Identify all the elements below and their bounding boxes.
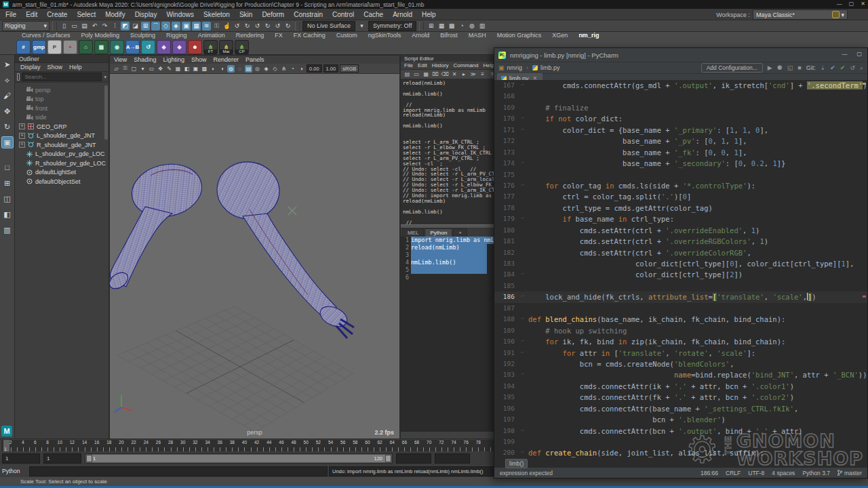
code-line-179[interactable]: 179⌐ if base_name in ctrl_type: xyxy=(494,214,867,224)
code-line-191[interactable]: 191⌐ for attr in ['translate', 'rotate',… xyxy=(494,348,867,359)
maya-menu-arnold[interactable]: Arnold xyxy=(393,11,412,18)
outliner-menu-show[interactable]: Show xyxy=(47,64,63,70)
viewport-menu-panels[interactable]: Panels xyxy=(245,56,264,63)
outliner-item-defaultobjectset[interactable]: defaultObjectSet xyxy=(15,177,108,186)
exposure-field[interactable]: 0.00 xyxy=(307,64,322,73)
line-ending[interactable]: CRLF xyxy=(726,470,741,476)
expand-icon[interactable]: + xyxy=(19,133,25,139)
paint-select-tool-icon[interactable]: 🖌 xyxy=(2,90,13,101)
history-input-1-icon[interactable]: ↺ xyxy=(233,22,241,30)
history-icon[interactable]: ↺ xyxy=(850,64,855,71)
pycharm-minimize-button[interactable]: — xyxy=(842,51,847,57)
shelf-purple-2-icon[interactable]: ◆ xyxy=(172,40,186,54)
script-input-line[interactable]: 6 xyxy=(401,274,496,281)
code-line-189[interactable]: 189 # hook up switching xyxy=(494,325,867,336)
code-line-188[interactable]: 188⌐def blend_chains(base_name, ik_chain… xyxy=(494,314,867,325)
xray-icon[interactable]: ◇ xyxy=(271,65,279,73)
lasso-tool-icon[interactable]: ⟡ xyxy=(2,75,13,85)
python-interpreter[interactable]: Python 3.7 xyxy=(802,470,830,476)
se-clear-history-icon[interactable]: ⌧ xyxy=(432,70,439,78)
code-line-176[interactable]: 176⌐ for color_tag in cmds.ls(side + '*.… xyxy=(494,180,867,191)
render-settings-icon[interactable]: ▥ xyxy=(477,22,486,30)
shelf-tab-ngskintools[interactable]: ngSkinTools xyxy=(363,32,407,39)
scale-tool-icon[interactable]: ▣ xyxy=(2,137,13,148)
shelf-tab-animation[interactable]: Animation xyxy=(193,32,231,39)
range-handle-right[interactable] xyxy=(385,455,391,462)
code-line-175[interactable]: 175 xyxy=(494,169,867,180)
snap-projected-center-icon[interactable]: ◈ xyxy=(172,22,180,30)
pycharm-maximize-button[interactable]: ▢ xyxy=(856,51,862,57)
new-script-tab-button[interactable]: + xyxy=(453,228,467,237)
camera-attrs-icon[interactable]: ▢ xyxy=(130,65,138,73)
shelf-plus-red-icon[interactable]: + xyxy=(63,40,77,54)
shelf-reset-frame-icon[interactable]: ↺ xyxy=(141,40,155,54)
image-plane-icon[interactable]: ▭ xyxy=(148,65,155,73)
code-line-172[interactable]: 172 base_name + '_pv': [0, 1, 1], xyxy=(494,136,867,146)
maya-maximize-button[interactable]: ▢ xyxy=(849,1,854,7)
animation-start-field[interactable]: 1 xyxy=(2,453,40,464)
maya-menu-file[interactable]: File xyxy=(5,11,16,18)
viewport-menu-show[interactable]: Show xyxy=(191,56,207,63)
shelf-tab-fx-caching[interactable]: FX Caching xyxy=(288,32,331,39)
se-echo-icon[interactable]: ≡ xyxy=(479,70,486,78)
modeling-toolkit-icon[interactable]: ⊞ xyxy=(427,22,435,30)
add-configuration-button[interactable]: Add Configuration... xyxy=(701,63,763,73)
se-clear-input-icon[interactable]: ⌫ xyxy=(441,70,449,78)
smooth-shade-mode-icon[interactable]: ◧ xyxy=(183,65,191,73)
animation-end-field[interactable] xyxy=(435,453,470,464)
viewport-panel[interactable]: ViewShadingLightingShowRendererPanels ▱⚿… xyxy=(109,55,400,439)
maya-menu-skeleton[interactable]: Skeleton xyxy=(203,11,230,18)
shelf-tab-nm-rig[interactable]: nm_rig xyxy=(573,32,604,39)
chevron-down-icon[interactable]: ▾ xyxy=(104,75,106,80)
code-line-198[interactable]: 198⌐ cmds.connectAttr(bcn + '.output', b… xyxy=(494,426,867,436)
code-line-180[interactable]: 180 cmds.setAttr(ctrl + '.overrideEnable… xyxy=(494,225,867,236)
2d-pan-zoom-icon[interactable]: ✥ xyxy=(157,65,164,73)
breadcrumb-file[interactable]: limb.py xyxy=(540,64,560,71)
git-commit-icon[interactable]: ✔ xyxy=(830,64,835,71)
code-line-197[interactable]: 197 bcn + '.blender') xyxy=(494,414,867,425)
maya-menu-skin[interactable]: Skin xyxy=(239,11,252,18)
shadows-icon[interactable]: ◑ xyxy=(218,65,226,73)
command-line-input[interactable] xyxy=(29,466,328,476)
code-line-190[interactable]: 190⌐ for ik, fk, bind in zip(ik_chain, f… xyxy=(494,336,867,347)
lighting-all-icon[interactable]: ◐ xyxy=(210,65,217,73)
outliner-item-r_shoulder_gde_jnt[interactable]: +R_shoulder_gde_JNT xyxy=(15,140,108,150)
symmetry-snap-icon[interactable]: ≋ xyxy=(202,22,211,30)
shelf-tab-arnold[interactable]: Arnold xyxy=(406,32,435,39)
motion-blur-icon[interactable]: ◌ xyxy=(236,65,243,73)
code-line-184[interactable]: 184⌐ color_dict[ctrl_type][2]) xyxy=(494,269,867,280)
code-line-187[interactable]: 187 xyxy=(494,303,867,314)
code-line-171[interactable]: 171⌐ color_dict = {base_name + '_primary… xyxy=(494,125,867,136)
code-line-194[interactable]: 194 cmds.connectAttr(ik + '.' + attr, bc… xyxy=(494,381,867,392)
git-branch-name[interactable]: master xyxy=(844,470,862,476)
editor-scrollbar[interactable] xyxy=(861,80,867,467)
code-line-174[interactable]: 174⌐ base_name + '_secondary': [0, 0.2, … xyxy=(494,158,867,169)
code-line-170[interactable]: 170⌐ if not color_dict: xyxy=(494,113,867,124)
bounding-box-mode-icon[interactable]: ▣ xyxy=(192,65,199,73)
code-line-169[interactable]: 169 # finalize xyxy=(494,102,867,113)
maya-menu-help[interactable]: Help xyxy=(422,11,436,18)
script-input-line[interactable]: 2reload(nmLimb) xyxy=(401,244,496,251)
live-surface-field[interactable]: No Live Surface xyxy=(302,21,355,31)
selection-mask-hierarchy-icon[interactable]: ⁞ xyxy=(111,22,119,30)
maya-menu-deform[interactable]: Deform xyxy=(262,11,284,18)
maya-menu-display[interactable]: Display xyxy=(135,11,157,18)
layout-split-icon[interactable]: ◫ xyxy=(2,193,13,204)
viewport-canvas[interactable]: persp 2.2 fps xyxy=(110,74,399,439)
make-live-icon[interactable]: ▦ xyxy=(192,22,201,30)
maya-menu-windows[interactable]: Windows xyxy=(166,11,194,18)
code-line-186[interactable]: 186⌐ lock_and_hide(fk_ctrls, attribute_l… xyxy=(494,291,867,302)
viewport-menu-lighting[interactable]: Lighting xyxy=(163,56,184,63)
maya-menu-constrain[interactable]: Constrain xyxy=(294,11,323,18)
code-line-193[interactable]: 193⌐ name=bind.replace('bind_JNT', attr … xyxy=(494,369,867,380)
code-line-185[interactable]: 185 xyxy=(494,281,867,291)
outliner-menu-help[interactable]: Help xyxy=(69,64,82,70)
layout-outliner-icon[interactable]: ◧ xyxy=(2,209,13,220)
se-execute-all-icon[interactable]: ≫ xyxy=(469,70,477,78)
maya-menu-control[interactable]: Control xyxy=(332,11,354,18)
shelf-a-to-b-icon[interactable]: A→B xyxy=(125,40,140,54)
run-icon[interactable]: ▶ xyxy=(768,64,772,71)
expand-icon[interactable]: + xyxy=(19,123,25,129)
layout-four-icon[interactable]: ⊞ xyxy=(2,178,13,188)
script-editor-menu-command[interactable]: Command xyxy=(454,62,479,68)
